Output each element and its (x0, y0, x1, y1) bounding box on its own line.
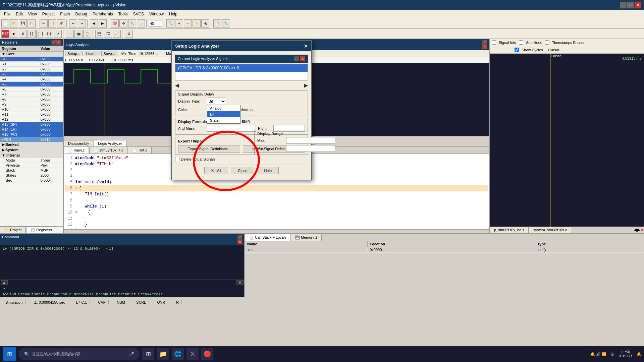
right-file-tab-2[interactable]: system_stm32f10x.c (529, 227, 571, 233)
taskbar-chrome[interactable]: 🌐 (172, 348, 184, 360)
la-save-btn[interactable]: Save... (101, 51, 117, 56)
menu-edit[interactable]: Edit (13, 11, 25, 17)
menu-file[interactable]: File (1, 11, 13, 17)
tab-project[interactable]: 📁 Project (0, 227, 26, 233)
build-num-input[interactable] (149, 20, 162, 27)
redo-btn[interactable]: ↪ (78, 19, 86, 27)
signal-list-close-btn[interactable]: ✕ (300, 56, 305, 61)
undo-btn[interactable]: ↩ (69, 19, 77, 27)
collapse-icon-internal[interactable]: ▼ (2, 153, 5, 157)
maximize-btn[interactable]: □ (627, 2, 634, 8)
menu-help[interactable]: Help (166, 11, 180, 17)
modal-close-btn[interactable]: ✕ (304, 43, 308, 49)
target4-btn[interactable]: 📊 (137, 19, 145, 27)
right-nav-left[interactable]: ◀ (634, 227, 637, 232)
close-btn[interactable]: ✕ (635, 2, 641, 8)
target1-btn[interactable]: 🎯 (111, 19, 119, 27)
taskbar-app3[interactable]: ⚔ (186, 348, 199, 360)
collapse-icon-system[interactable]: ▶ (2, 148, 4, 152)
display-type-select[interactable]: Analog Bit State (207, 98, 226, 105)
logic-btn[interactable]: 📈 (113, 30, 121, 38)
forward-btn[interactable]: ▶ (99, 19, 107, 27)
dialog-close-btn[interactable]: Close (231, 167, 254, 174)
timestamps-checkbox[interactable] (545, 40, 549, 45)
menu-peripherals[interactable]: Peripherals (90, 11, 116, 17)
file-tab-stm32[interactable]: 📄 stm32f10x_it.c (89, 147, 127, 154)
taskbar-explorer[interactable]: 📁 (157, 348, 169, 360)
menu-tools[interactable]: Tools (116, 11, 130, 17)
tab-memory1[interactable]: 💾 Memory 1 (291, 234, 322, 241)
tab-logic-analyzer[interactable]: Logic Analyzer (94, 140, 126, 146)
menu-flash[interactable]: Flash (57, 11, 72, 17)
file-tab-mainc[interactable]: 📄 main.c (64, 147, 89, 154)
show-cycles-checkbox[interactable] (515, 48, 519, 52)
menu-svcs[interactable]: SVCS (130, 11, 147, 17)
signal-prev-btn[interactable]: ◀ (175, 82, 179, 88)
max-input[interactable]: 0xFFFFFFFF (286, 137, 335, 144)
collapse-icon-10[interactable]: ▼ (75, 209, 77, 216)
periph-btn[interactable]: 📺 (74, 30, 83, 38)
tab-disassembly[interactable]: Disassembly (64, 140, 93, 146)
dbg6-btn[interactable]: ↗ (54, 30, 62, 38)
dbg1-btn[interactable]: ▶ (10, 30, 18, 38)
copy-btn[interactable]: 📋 (48, 19, 56, 27)
menu-project[interactable]: Project (40, 11, 57, 17)
registers-close-btn[interactable]: ✕ (56, 40, 61, 45)
paste-btn[interactable]: 📌 (57, 19, 65, 27)
open-btn[interactable]: 📂 (10, 19, 18, 27)
target2-btn[interactable]: ⚙ (119, 19, 127, 27)
right-close-btn[interactable]: ✕ (640, 227, 644, 232)
signal-item-0[interactable]: (GPIOA_IDR & 0x00000100) >> 8 (175, 64, 308, 72)
dbg5-btn[interactable]: {↑} (45, 30, 53, 38)
signal-next-btn[interactable]: ▶ (304, 82, 308, 88)
stop-btn[interactable]: ○ (184, 19, 192, 27)
command-scroll-up[interactable]: ▲ (1, 280, 8, 285)
export-btn[interactable]: Export Signal Definitions... (178, 145, 240, 153)
command-close-btn[interactable]: ✕ (237, 240, 242, 244)
view-btn[interactable]: 📋 (213, 19, 221, 27)
run-btn[interactable]: ● (175, 19, 183, 27)
code-scrollbar[interactable] (64, 229, 489, 233)
menu-window[interactable]: Window (147, 11, 166, 17)
help-btn[interactable]: Help (257, 167, 279, 174)
right-file-tab-1[interactable]: p_stm32f10x_hd.s (490, 227, 529, 233)
menu-view[interactable]: View (25, 11, 40, 17)
start-button[interactable]: ⊞ (3, 347, 16, 361)
dbg3-btn[interactable]: { } (28, 30, 36, 38)
taskbar-task-view[interactable]: ⊞ (142, 348, 154, 360)
kill-all-btn[interactable]: Kill All (204, 167, 228, 174)
target3-btn[interactable]: 🔧 (128, 19, 136, 27)
taskbar-search[interactable]: 🔍 在这里输入你要搜索的内容 🎤 (19, 348, 140, 360)
debug2-btn[interactable]: 🔌 (201, 19, 209, 27)
la-setup-btn[interactable]: Setup... (65, 51, 83, 56)
rst-btn[interactable]: RST (1, 30, 9, 38)
back-btn[interactable]: ◀ (90, 19, 98, 27)
right-waveform[interactable]: Cursor 4.01913 ms (490, 54, 644, 227)
watch-btn[interactable]: ⌚ (83, 30, 91, 38)
extra1-btn[interactable]: ⚙ (125, 30, 133, 38)
tab-callstack-locals[interactable]: 📋 Call Stack + Locals (245, 234, 291, 241)
debug1-btn[interactable]: ⚡ (193, 19, 201, 27)
minimize-btn[interactable]: ─ (620, 2, 627, 8)
file-tab-tim[interactable]: 📄 TIM.c (128, 147, 151, 154)
signal-list-new-btn[interactable]: □ (294, 56, 299, 61)
la-close-btn[interactable]: ✕ (482, 45, 487, 49)
command-input[interactable] (8, 280, 236, 285)
menu-debug[interactable]: Debug (73, 11, 90, 17)
right-nav-right[interactable]: ▶ (637, 227, 640, 232)
dbg4-btn[interactable]: {→} (36, 30, 44, 38)
settings-btn[interactable]: 🔧 (222, 19, 230, 27)
dbg2-btn[interactable]: ⏸ (19, 30, 27, 38)
delete-checkbox[interactable] (175, 157, 179, 161)
tab-registers[interactable]: 📋 Registers (26, 227, 56, 233)
step-btn[interactable]: → (66, 30, 74, 38)
command-scroll-down[interactable]: ▼ (236, 280, 244, 285)
cut-btn[interactable]: ✂ (40, 19, 48, 27)
save-all-btn[interactable]: 📋 (28, 19, 36, 27)
min-input[interactable]: 0x0 (286, 145, 335, 152)
collapse-icon-banked[interactable]: ▶ (2, 142, 4, 146)
collapse-icon[interactable]: ▼ (2, 52, 5, 56)
new-btn[interactable]: 📄 (1, 19, 9, 27)
taskbar-app4[interactable]: 🔴 (201, 348, 213, 360)
save-btn[interactable]: 💾 (19, 19, 27, 27)
